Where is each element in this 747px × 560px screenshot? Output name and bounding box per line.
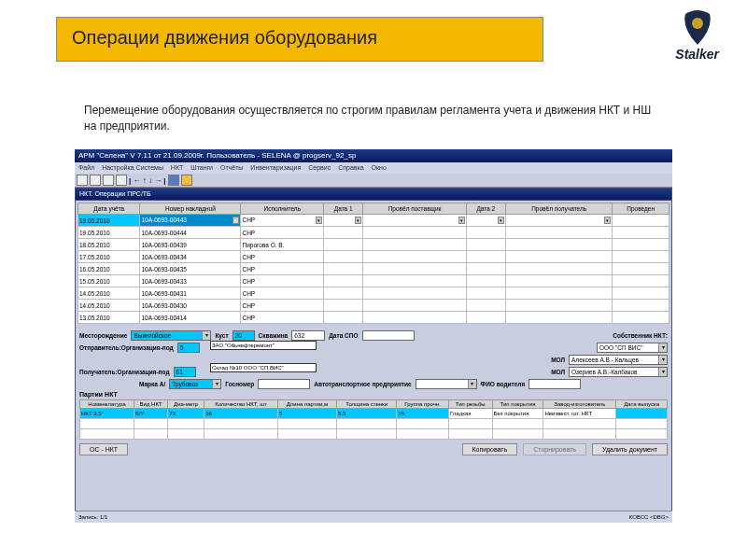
record-counter: Запись: 1/1: [78, 511, 107, 523]
col-posted[interactable]: Проведен: [613, 203, 669, 215]
field-bush[interactable]: 20: [233, 330, 255, 341]
field-label: Дата СПО: [329, 332, 358, 339]
grid-row[interactable]: 17.05.201010А-0693-00434СНР: [78, 251, 669, 263]
field-spo-date[interactable]: [362, 330, 415, 341]
statusbar: Запись: 1/1 КОВСС <DBG>: [75, 511, 672, 523]
tool-icon[interactable]: [116, 175, 127, 186]
slide-title: Операции движения оборудования: [57, 18, 543, 58]
status-mode: КОВСС <DBG>: [629, 511, 669, 523]
grid-row[interactable]: 13.05.201010А-0693-00414СНР: [78, 312, 669, 324]
stalker-logo: Stalker: [675, 9, 719, 62]
grid-row[interactable]: 19.05.201010А-0693-00444СНР: [78, 227, 669, 239]
col-invoice[interactable]: Номер накладной: [140, 203, 241, 215]
field-label: Куст: [215, 332, 228, 339]
tool-icon[interactable]: [90, 175, 101, 186]
grid-row[interactable]: 14.05.201010А-0693-00430СНР: [78, 300, 669, 312]
svg-point-0: [692, 18, 703, 29]
sender-mol[interactable]: Алексеев А.В.- Кальцев▾: [569, 355, 668, 365]
parts-grid[interactable]: НоменклатураВид НКТДиа-метрКоличество НК…: [79, 399, 668, 440]
menu-inventory[interactable]: Инвентаризация: [250, 164, 301, 171]
menu-rods[interactable]: Штанги: [190, 164, 213, 171]
field-sender-org[interactable]: 5: [177, 343, 200, 353]
grid-row[interactable]: 19.05.201010А-0693-00443▾СНР▾▾▾▾▾: [78, 215, 669, 227]
os-nkt-button[interactable]: ОС - НКТ: [79, 443, 128, 455]
col-date[interactable]: Дата учёта: [78, 203, 140, 215]
grid-row[interactable]: 15.05.201010А-0693-00433СНР: [78, 275, 669, 287]
receiver-mol[interactable]: Озериев А.В.-Калбаков▾: [569, 367, 668, 377]
field-label: Отправитель:Организация-под: [79, 344, 174, 351]
field-label: Месторождение: [79, 332, 127, 339]
operations-grid[interactable]: Дата учёта Номер накладной Исполнитель Д…: [78, 203, 669, 324]
field-label: Собственник НКТ:: [613, 332, 668, 339]
menu-nkt[interactable]: НКТ: [171, 164, 183, 171]
toolbar: | ← ↑ ↓ → |: [75, 174, 672, 188]
field-receiver-org[interactable]: 61: [174, 367, 196, 377]
save-icon[interactable]: [168, 175, 179, 186]
field-driver[interactable]: [529, 379, 581, 389]
app-window: АРМ "Селена" V 7.11 от 21.09.2009г. Поль…: [75, 149, 672, 523]
menu-help[interactable]: Справка: [338, 164, 363, 171]
menubar[interactable]: Файл Настройка Системы НКТ Штанги Отчёты…: [75, 162, 672, 174]
receiver-dropdown[interactable]: Склад №10 ООО "СП ВИС": [210, 363, 317, 372]
menu-service[interactable]: Сервис: [308, 164, 331, 171]
field-deposit[interactable]: Выинтойское▾: [131, 330, 211, 341]
child-window-title: НКТ. Операции ПРС/ТБ: [76, 189, 671, 200]
parts-section-label: Партии НКТ: [79, 391, 668, 398]
field-vehicle[interactable]: Трубовоз▾: [169, 379, 221, 389]
col-date1[interactable]: Дата 1: [324, 203, 363, 215]
col-date2[interactable]: Дата 2: [466, 203, 505, 215]
menu-reports[interactable]: Отчёты: [220, 164, 243, 171]
parts-row[interactable]: [80, 429, 668, 440]
tool-icon[interactable]: [103, 175, 114, 186]
field-label: Скважина: [259, 332, 289, 339]
grid-row[interactable]: 16.05.201010А-0693-00435СНР: [78, 263, 669, 275]
field-well[interactable]: 632: [291, 330, 325, 341]
delete-button[interactable]: Удалить документ: [592, 443, 668, 455]
field-transport-co[interactable]: ▾: [416, 379, 477, 389]
intro-text: Перемещение оборудования осуществляется …: [84, 103, 663, 134]
sender-dropdown[interactable]: ЗАО "Обьнефтеремонт": [210, 341, 317, 350]
storno-button[interactable]: Сторнировать: [523, 443, 586, 455]
col-receiver[interactable]: Провёл получатель: [505, 203, 612, 215]
field-label: Получатель:Организация-под: [79, 369, 170, 375]
parts-row[interactable]: НКТ 3,5''Б/У733655,5УАГладкаяБез покрыти…: [80, 409, 668, 419]
grid-row[interactable]: 14.05.201010А-0693-00431СНР: [78, 287, 669, 300]
help-icon[interactable]: [181, 175, 192, 186]
slide-title-bar: Операции движения оборудования: [56, 17, 543, 62]
menu-settings[interactable]: Настройка Системы: [102, 164, 163, 171]
tool-icon[interactable]: [77, 175, 88, 186]
field-license[interactable]: [258, 379, 310, 389]
owner-field[interactable]: ООО "СП ВИС"▾: [597, 343, 668, 353]
menu-file[interactable]: Файл: [78, 164, 94, 171]
app-titlebar: АРМ "Селена" V 7.11 от 21.09.2009г. Поль…: [75, 149, 672, 162]
col-supplier[interactable]: Провёл поставщик: [363, 203, 466, 215]
col-executor[interactable]: Исполнитель: [241, 203, 324, 215]
copy-button[interactable]: Копировать: [462, 443, 518, 455]
menu-window[interactable]: Окно: [372, 164, 387, 171]
parts-row[interactable]: [80, 419, 668, 429]
grid-row[interactable]: 18.05.201010А-0693-00439Пирогова О. В.: [78, 239, 669, 251]
